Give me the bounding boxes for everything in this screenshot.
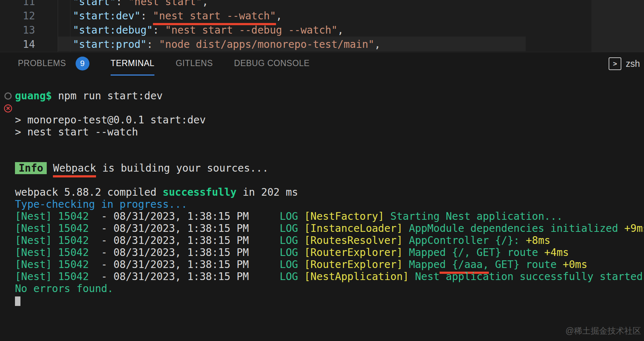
terminal-line: > nest start --watch [15, 126, 138, 138]
editor-pane[interactable]: 11 12 13 14 "start": "nest start", "star… [0, 0, 644, 52]
terminal-command-circle-icon[interactable] [4, 92, 12, 100]
line-number: 12 [23, 10, 35, 22]
terminal-line: [Nest] 15042 - 08/31/2023, 1:38:15 PM LO… [15, 222, 644, 234]
terminal-line: No errors found. [15, 283, 114, 295]
watermark: @稀土掘金技术社区 [566, 325, 641, 337]
shell-selector[interactable]: > zsh [609, 57, 640, 70]
minimap[interactable] [591, 0, 644, 52]
editor-line-numbers: 11 12 13 14 [0, 0, 35, 51]
line-number: 11 [23, 0, 35, 8]
code-line: "start:prod": "node dist/apps/monorepo-t… [48, 38, 380, 50]
panel-header: PROBLEMS9TERMINALGITLENSDEBUG CONSOLE > … [0, 52, 644, 77]
terminal-line: > monorepo-test@0.0.1 start:dev [15, 114, 206, 126]
editor-code[interactable]: "start": "nest start", "start:dev": "nes… [48, 0, 380, 51]
terminal-line [15, 295, 20, 307]
terminal-output: guang$ npm run start:dev > monorepo-test… [15, 90, 644, 307]
problems-count-badge: 9 [76, 57, 89, 70]
tab-label: TERMINAL [111, 58, 154, 68]
code-line: "start:debug": "nest start --debug --wat… [48, 24, 344, 36]
terminal-line: webpack 5.88.2 compiled successfully in … [15, 186, 298, 198]
code-line: "start": "nest start", [48, 0, 208, 8]
tab-label: DEBUG CONSOLE [234, 58, 310, 68]
tab-debug-console[interactable]: DEBUG CONSOLE [234, 52, 310, 76]
terminal-line: Info Webpack is building your sources... [15, 162, 268, 177]
terminal-line: [Nest] 15042 - 08/31/2023, 1:38:15 PM LO… [15, 210, 563, 222]
tab-gitlens[interactable]: GITLENS [176, 52, 213, 76]
terminal-prompt-icon: > [609, 57, 621, 70]
terminal-line: [Nest] 15042 - 08/31/2023, 1:38:15 PM LO… [15, 246, 569, 258]
tab-label: PROBLEMS [18, 58, 66, 68]
shell-name-label: zsh [626, 58, 640, 69]
tab-problems[interactable]: PROBLEMS9 [18, 52, 89, 76]
tab-label: GITLENS [176, 58, 213, 68]
terminal-line: Type-checking in progress... [15, 198, 187, 210]
code-line: "start:dev": "nest start --watch", [48, 10, 282, 25]
terminal-command-error-icon[interactable]: ✕ [4, 104, 12, 112]
terminal-panel[interactable]: ✕ guang$ npm run start:dev > monorepo-te… [0, 77, 644, 341]
line-number: 14 [23, 38, 35, 50]
vscode-window: 11 12 13 14 "start": "nest start", "star… [0, 0, 644, 341]
line-number: 13 [23, 24, 35, 36]
terminal-line: [Nest] 15042 - 08/31/2023, 1:38:15 PM LO… [15, 234, 551, 246]
tab-terminal[interactable]: TERMINAL [111, 52, 154, 76]
panel-tabs: PROBLEMS9TERMINALGITLENSDEBUG CONSOLE [18, 52, 310, 76]
terminal-line: guang$ npm run start:dev [15, 90, 163, 102]
terminal-line: [Nest] 15042 - 08/31/2023, 1:38:15 PM LO… [15, 271, 644, 283]
